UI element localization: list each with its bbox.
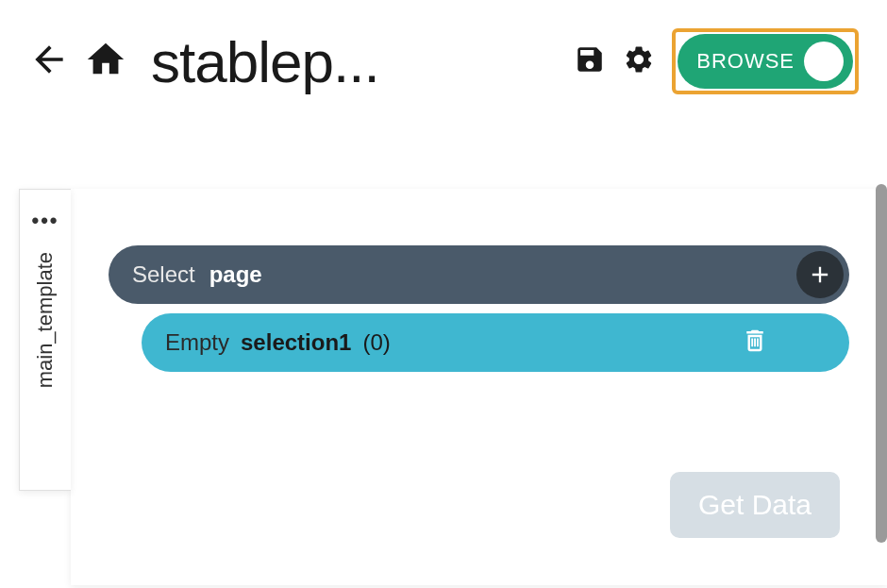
select-label: Select: [132, 261, 195, 288]
tab-menu-dots-icon[interactable]: •••: [31, 209, 59, 233]
selection-count: (0): [362, 329, 390, 356]
select-page-bar[interactable]: Select page: [109, 245, 849, 304]
scrollbar[interactable]: [876, 184, 887, 543]
home-icon[interactable]: [84, 38, 127, 85]
svg-rect-2: [757, 339, 759, 347]
plus-icon: [807, 261, 833, 288]
selection-name: selection1: [241, 329, 351, 356]
svg-rect-0: [751, 339, 753, 347]
header-bar: stablep... BROWSE: [0, 0, 887, 123]
browse-toggle[interactable]: BROWSE: [678, 34, 853, 89]
select-target: page: [209, 261, 262, 288]
page-title: stablep...: [151, 28, 560, 95]
back-arrow-icon[interactable]: [28, 39, 70, 84]
svg-rect-1: [754, 339, 756, 347]
get-data-button[interactable]: Get Data: [670, 472, 840, 538]
toggle-label: BROWSE: [696, 49, 795, 74]
trash-icon[interactable]: [741, 327, 769, 359]
save-icon[interactable]: [574, 43, 606, 79]
main-panel: Select page Empty selection1 (0): [71, 189, 887, 585]
browse-toggle-highlight: BROWSE: [672, 28, 859, 94]
sidebar-tab[interactable]: ••• main_template: [19, 189, 71, 491]
toggle-knob: [804, 42, 844, 81]
add-selection-button[interactable]: [796, 251, 844, 298]
tab-label: main_template: [33, 252, 58, 388]
content-wrapper: ••• main_template Select page Empty sele…: [0, 189, 887, 585]
gear-icon[interactable]: [623, 43, 655, 79]
header-right-controls: BROWSE: [574, 28, 859, 94]
selection-row[interactable]: Empty selection1 (0): [142, 313, 849, 372]
selection-status: Empty: [165, 329, 229, 356]
